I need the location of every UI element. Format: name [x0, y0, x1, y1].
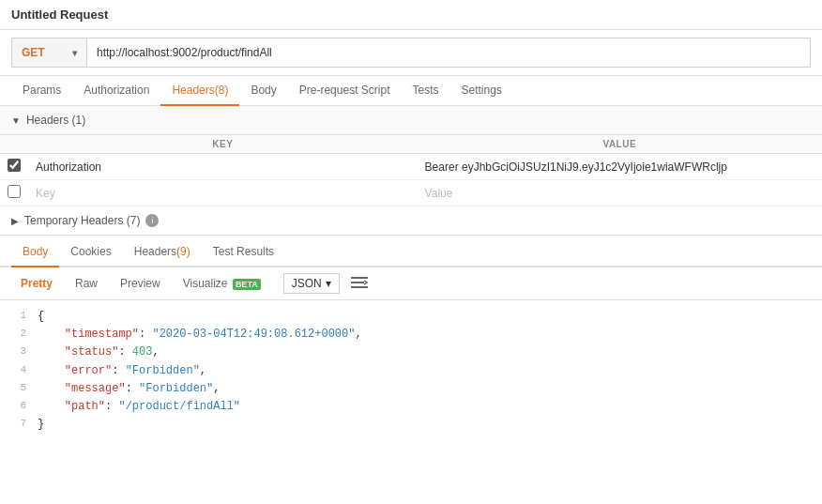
- code-line-3: 3 "status": 403,: [11, 344, 811, 361]
- response-tab-headers[interactable]: Headers(9): [123, 237, 202, 267]
- empty-value-cell[interactable]: Value: [418, 180, 822, 206]
- request-tabs: Params Authorization Headers(8) Body Pre…: [0, 76, 822, 106]
- headers-expand-arrow: ▼: [11, 115, 21, 126]
- response-headers-badge: (9): [176, 245, 190, 258]
- temp-headers-arrow: ▶: [11, 216, 19, 226]
- format-label: JSON: [292, 277, 322, 290]
- url-bar: GET ▾: [0, 30, 822, 76]
- tab-authorization[interactable]: Authorization: [72, 76, 160, 106]
- headers-badge: (8): [215, 84, 229, 97]
- response-tab-body[interactable]: Body: [11, 237, 59, 267]
- table-row: Authorization Bearer eyJhbGciOiJSUzI1NiJ…: [0, 154, 822, 180]
- col-key-header: KEY: [28, 135, 418, 154]
- method-dropdown-arrow: ▾: [72, 48, 77, 58]
- format-select[interactable]: JSON ▾: [283, 273, 340, 294]
- col-check-header: [0, 135, 28, 154]
- tab-pre-request[interactable]: Pre-request Script: [288, 76, 402, 106]
- temp-headers-section[interactable]: ▶ Temporary Headers (7) i: [0, 206, 822, 236]
- response-tab-cookies[interactable]: Cookies: [59, 237, 122, 267]
- row-checkbox-cell: [0, 154, 28, 180]
- row-key-cell[interactable]: Authorization: [28, 154, 418, 180]
- code-line-4: 4 "error": "Forbidden",: [11, 362, 811, 380]
- method-select[interactable]: GET ▾: [11, 38, 86, 68]
- beta-badge: BETA: [233, 279, 261, 290]
- tab-headers[interactable]: Headers(8): [160, 76, 239, 106]
- code-line-6: 6 "path": "/product/findAll": [11, 398, 811, 416]
- tab-body[interactable]: Body: [239, 76, 287, 106]
- svg-rect-0: [351, 277, 368, 279]
- tab-settings[interactable]: Settings: [450, 76, 513, 106]
- row-value-cell[interactable]: Bearer eyJhbGciOiJSUzI1NiJ9.eyJ1c2VyIjoi…: [418, 154, 822, 180]
- svg-rect-1: [351, 282, 364, 283]
- response-tab-test-results[interactable]: Test Results: [202, 237, 285, 267]
- headers-section-header[interactable]: ▼ Headers (1): [0, 106, 822, 135]
- tab-tests[interactable]: Tests: [401, 76, 449, 106]
- col-value-header: VALUE: [418, 135, 822, 154]
- row-checkbox[interactable]: [8, 159, 21, 172]
- empty-row-checkbox[interactable]: [8, 185, 21, 198]
- resp-tab-preview[interactable]: Preview: [111, 273, 170, 294]
- title-bar: Untitled Request: [0, 0, 822, 30]
- code-line-7: 7 }: [11, 416, 811, 434]
- svg-rect-2: [351, 286, 368, 288]
- resp-tab-pretty[interactable]: Pretty: [11, 273, 62, 294]
- response-tabs: Body Cookies Headers(9) Test Results: [0, 237, 822, 267]
- code-line-5: 5 "message": "Forbidden",: [11, 380, 811, 398]
- code-line-2: 2 "timestamp": "2020-03-04T12:49:08.612+…: [11, 326, 811, 344]
- temp-headers-label: Temporary Headers (7): [24, 214, 140, 227]
- wrap-icon[interactable]: [351, 276, 368, 292]
- headers-table: KEY VALUE Authorization Bearer eyJhbGciO…: [0, 135, 822, 206]
- empty-row-checkbox-cell: [0, 180, 28, 206]
- request-title: Untitled Request: [11, 8, 108, 22]
- tab-params[interactable]: Params: [11, 76, 72, 106]
- response-toolbar: Pretty Raw Preview Visualize BETA JSON ▾: [0, 267, 822, 300]
- resp-tab-raw[interactable]: Raw: [66, 273, 107, 294]
- resp-tab-visualize[interactable]: Visualize BETA: [174, 273, 270, 294]
- response-code-area: 1 { 2 "timestamp": "2020-03-04T12:49:08.…: [0, 300, 822, 441]
- url-input[interactable]: [86, 38, 811, 68]
- code-line-1: 1 {: [11, 308, 811, 326]
- headers-section-title: Headers (1): [26, 114, 85, 127]
- temp-headers-info-icon[interactable]: i: [145, 214, 159, 227]
- empty-key-cell[interactable]: Key: [28, 180, 418, 206]
- format-dropdown-arrow: ▾: [326, 277, 331, 290]
- method-label: GET: [22, 46, 45, 59]
- table-row-empty: Key Value: [0, 180, 822, 206]
